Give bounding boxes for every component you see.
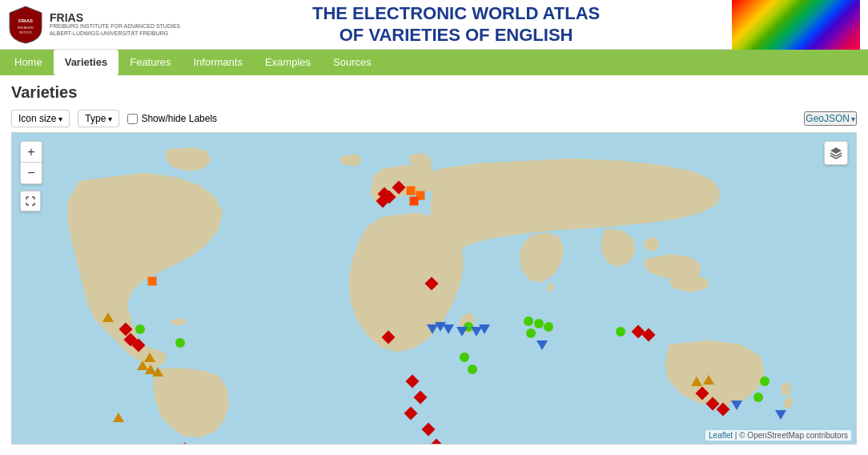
marker-india-3[interactable] [544, 322, 553, 332]
nav-informants[interactable]: Informants [183, 50, 254, 75]
marker-europe-1[interactable] [407, 187, 416, 195]
nav-examples[interactable]: Examples [254, 50, 322, 75]
marker-india-5[interactable] [536, 340, 548, 350]
layers-button[interactable] [824, 141, 848, 165]
marker-usa-5[interactable] [135, 324, 145, 334]
icon-size-button[interactable]: Icon size [11, 110, 70, 127]
marker-uk-3[interactable] [378, 196, 388, 206]
marker-aus-7[interactable] [753, 393, 763, 402]
zoom-out-button[interactable]: − [21, 163, 42, 183]
svg-text:FRIAS: FRIAS [18, 18, 33, 23]
show-hide-checkbox[interactable] [127, 114, 138, 124]
site-title-text: THE ELECTRONIC WORLD ATLAS OF VARIETIES … [180, 3, 732, 46]
logo-subtitle1: FREIBURG INSTITUTE FOR ADVANCED STUDIES [50, 23, 180, 30]
marker-med-1[interactable] [427, 279, 436, 288]
marker-mexico-3[interactable] [152, 367, 163, 376]
marker-africa-4[interactable] [424, 425, 433, 434]
fullscreen-icon [25, 195, 36, 207]
marker-me-7[interactable] [427, 324, 438, 334]
marker-usa-3[interactable] [134, 340, 143, 350]
map-attribution: Leaflet | © OpenStreetMap contributors [705, 430, 851, 441]
osm-attribution: © OpenStreetMap contributors [739, 431, 848, 440]
fullscreen-button[interactable] [20, 191, 41, 211]
frias-crest-icon: FRIAS FREIBURG INSTITUTE [8, 5, 43, 45]
marker-india-1[interactable] [524, 316, 533, 326]
marker-africa-1[interactable] [408, 376, 417, 386]
layers-icon [829, 146, 843, 160]
site-logo: FRIAS FREIBURG INSTITUTE FRIAS FREIBURG … [8, 5, 180, 45]
marker-me-4[interactable] [479, 324, 490, 334]
marker-sa-1[interactable] [113, 413, 124, 422]
leaflet-link[interactable]: Leaflet [709, 431, 733, 440]
marker-aus-5[interactable] [718, 405, 728, 414]
marker-mexico-4[interactable] [144, 352, 155, 362]
marker-aus-1[interactable] [691, 376, 702, 386]
show-hide-labels-toggle[interactable]: Show/hide Labels [127, 113, 217, 124]
map-zoom-controls: + − [20, 141, 42, 184]
logo-text-block: FRIAS FREIBURG INSTITUTE FOR ADVANCED ST… [50, 12, 180, 37]
marker-usa-4[interactable] [121, 324, 131, 334]
marker-canada-1[interactable] [148, 277, 157, 286]
marker-aus-3[interactable] [697, 389, 707, 398]
marker-africa-3[interactable] [406, 409, 416, 418]
marker-usa-1[interactable] [102, 312, 114, 322]
logo-subtitle2: ALBERT-LUDWIGS-UNIVERSITÄT FREIBURG [50, 30, 180, 37]
zoom-in-button[interactable]: + [21, 142, 42, 163]
marker-wafrica-1[interactable] [384, 332, 393, 342]
type-button[interactable]: Type [78, 110, 119, 127]
nav-home[interactable]: Home [3, 50, 54, 75]
site-title: THE ELECTRONIC WORLD ATLAS OF VARIETIES … [180, 3, 732, 46]
marker-nz-1[interactable] [775, 410, 786, 420]
geojson-button[interactable]: GeoJSON [804, 111, 857, 126]
marker-aus-2[interactable] [703, 375, 714, 385]
marker-aus-4[interactable] [708, 399, 717, 409]
page-content: Varieties Icon size Type Show/hide Label… [0, 75, 868, 453]
nav-sources[interactable]: Sources [322, 50, 383, 75]
map-controls-bar: Icon size Type Show/hide Labels GeoJSON [11, 110, 857, 127]
svg-text:INSTITUTE: INSTITUTE [19, 31, 32, 34]
marker-pacific-1[interactable] [760, 376, 770, 386]
marker-europe-4[interactable] [394, 183, 404, 192]
main-nav: Home Varieties Features Informants Examp… [0, 50, 868, 75]
marker-caribbean-1[interactable] [175, 338, 185, 348]
marker-me-2[interactable] [456, 327, 468, 336]
marker-africa-5[interactable] [432, 441, 441, 445]
header-rainbow-decoration [732, 0, 860, 50]
marker-eafrica-2[interactable] [468, 364, 477, 374]
map-container[interactable]: + − Leaflet | © OpenStreetMap contributo… [11, 132, 857, 445]
nav-features[interactable]: Features [119, 50, 182, 75]
marker-europe-3[interactable] [410, 197, 419, 206]
svg-text:FREIBURG: FREIBURG [18, 26, 34, 30]
show-hide-label-text: Show/hide Labels [141, 113, 217, 124]
marker-india-2[interactable] [534, 319, 544, 328]
marker-aus-6[interactable] [731, 401, 742, 410]
nav-varieties[interactable]: Varieties [54, 50, 119, 75]
world-map-svg [12, 133, 856, 444]
marker-africa-2[interactable] [416, 393, 425, 402]
marker-sea-1[interactable] [616, 327, 625, 336]
marker-india-4[interactable] [526, 328, 536, 338]
logo-frias: FRIAS [50, 12, 180, 23]
page-title: Varieties [11, 83, 857, 102]
header: FRIAS FREIBURG INSTITUTE FRIAS FREIBURG … [0, 0, 868, 50]
marker-eafrica-1[interactable] [460, 352, 469, 362]
marker-sea-3[interactable] [644, 330, 653, 340]
